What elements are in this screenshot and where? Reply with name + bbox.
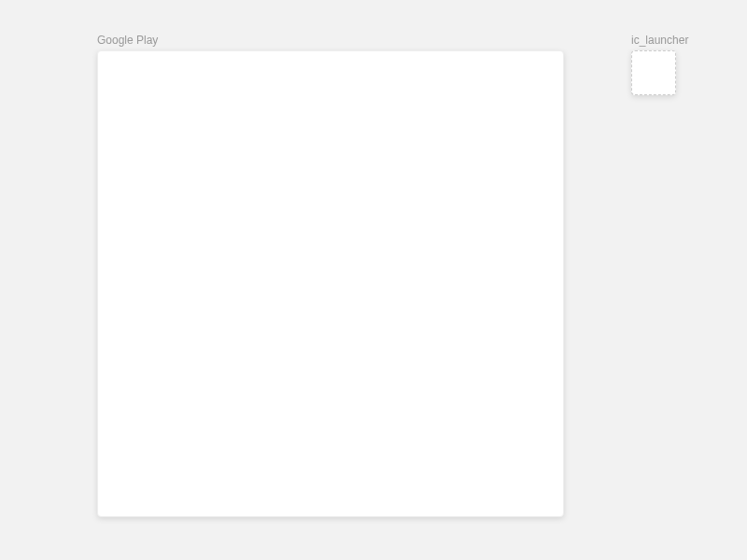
ic-launcher-label: ic_launcher	[631, 34, 688, 47]
ic-launcher-asset-group: ic_launcher	[631, 34, 688, 95]
google-play-asset-group: Google Play	[97, 34, 564, 517]
google-play-label: Google Play	[97, 34, 564, 47]
google-play-placeholder[interactable]	[97, 50, 564, 517]
ic-launcher-placeholder[interactable]	[631, 50, 676, 95]
